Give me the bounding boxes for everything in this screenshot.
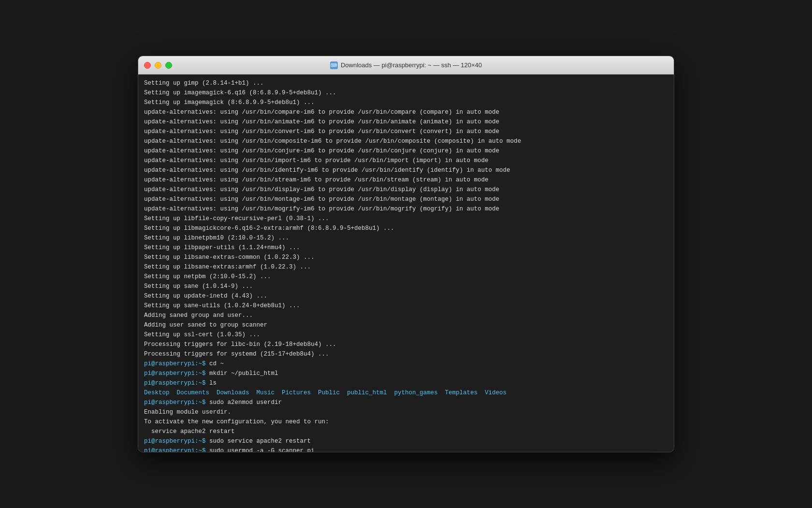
traffic-lights (144, 62, 172, 69)
terminal-line: Setting up netpbm (2:10.0-15.2) ... (144, 272, 668, 282)
terminal-line: Setting up libfile-copy-recursive-perl (… (144, 214, 668, 224)
terminal-line: Setting up libpaper-utils (1.1.24+nmu4) … (144, 243, 668, 253)
terminal-line: Processing triggers for systemd (215-17+… (144, 349, 668, 359)
terminal-line: Setting up libsane-extras-common (1.0.22… (144, 253, 668, 262)
terminal-line: pi@raspberrypi:~$ sudo service apache2 r… (144, 436, 668, 446)
terminal-line: pi@raspberrypi:~$ sudo a2enmod userdir (144, 398, 668, 407)
terminal-line: service apache2 restart (144, 427, 668, 436)
terminal-line: update-alternatives: using /usr/bin/iden… (144, 165, 668, 175)
terminal-line: update-alternatives: using /usr/bin/conj… (144, 146, 668, 156)
terminal-line: update-alternatives: using /usr/bin/mont… (144, 194, 668, 204)
maximize-button[interactable] (165, 62, 172, 69)
terminal-line: Setting up imagemagick (8:6.8.9.9-5+deb8… (144, 98, 668, 107)
terminal-line: Setting up imagemagick-6.q16 (8:6.8.9.9-… (144, 88, 668, 98)
terminal-line: update-alternatives: using /usr/bin/impo… (144, 156, 668, 165)
terminal-line: update-alternatives: using /usr/bin/stre… (144, 175, 668, 185)
terminal-line: Adding user saned to group scanner (144, 320, 668, 330)
terminal-line: Setting up libnetpbm10 (2:10.0-15.2) ... (144, 233, 668, 243)
terminal-line: pi@raspberrypi:~$ cd ~ (144, 359, 668, 369)
terminal-line: pi@raspberrypi:~$ mkdir ~/public_html (144, 369, 668, 378)
terminal-line: Adding saned group and user... (144, 311, 668, 320)
terminal-line: Processing triggers for libc-bin (2.19-1… (144, 340, 668, 349)
close-button[interactable] (144, 62, 151, 69)
terminal-line: pi@raspberrypi:~$ ls (144, 378, 668, 388)
terminal-line: Desktop Documents Downloads Music Pictur… (144, 388, 668, 398)
ssh-icon: ⌨ (330, 61, 338, 69)
terminal-line: Setting up update-inetd (4.43) ... (144, 291, 668, 301)
terminal-line: update-alternatives: using /usr/bin/conv… (144, 127, 668, 136)
terminal-line: update-alternatives: using /usr/bin/mogr… (144, 204, 668, 214)
window-title: ⌨ Downloads — pi@raspberrypi: ~ — ssh — … (330, 61, 482, 69)
title-text: Downloads — pi@raspberrypi: ~ — ssh — 12… (341, 61, 482, 69)
terminal-line: update-alternatives: using /usr/bin/anim… (144, 117, 668, 127)
terminal-line: Enabling module userdir. (144, 407, 668, 417)
terminal-body[interactable]: Setting up gimp (2.8.14-1+b1) ...Setting… (138, 75, 674, 452)
terminal-line: update-alternatives: using /usr/bin/comp… (144, 136, 668, 146)
terminal-line: update-alternatives: using /usr/bin/comp… (144, 107, 668, 117)
terminal-line: Setting up ssl-cert (1.0.35) ... (144, 330, 668, 340)
terminal-line: Setting up sane-utils (1.0.24-8+deb8u1) … (144, 301, 668, 311)
titlebar: ⌨ Downloads — pi@raspberrypi: ~ — ssh — … (138, 56, 674, 75)
terminal-window: ⌨ Downloads — pi@raspberrypi: ~ — ssh — … (138, 56, 674, 452)
terminal-line: To activate the new configuration, you n… (144, 417, 668, 427)
terminal-line: update-alternatives: using /usr/bin/disp… (144, 185, 668, 194)
terminal-line: Setting up libmagickcore-6.q16-2-extra:a… (144, 224, 668, 233)
terminal-line: Setting up sane (1.0.14-9) ... (144, 282, 668, 291)
terminal-line: pi@raspberrypi:~$ sudo usermod -a -G sca… (144, 446, 668, 452)
terminal-line: Setting up gimp (2.8.14-1+b1) ... (144, 78, 668, 88)
terminal-line: Setting up libsane-extras:armhf (1.0.22.… (144, 262, 668, 272)
minimize-button[interactable] (155, 62, 161, 69)
